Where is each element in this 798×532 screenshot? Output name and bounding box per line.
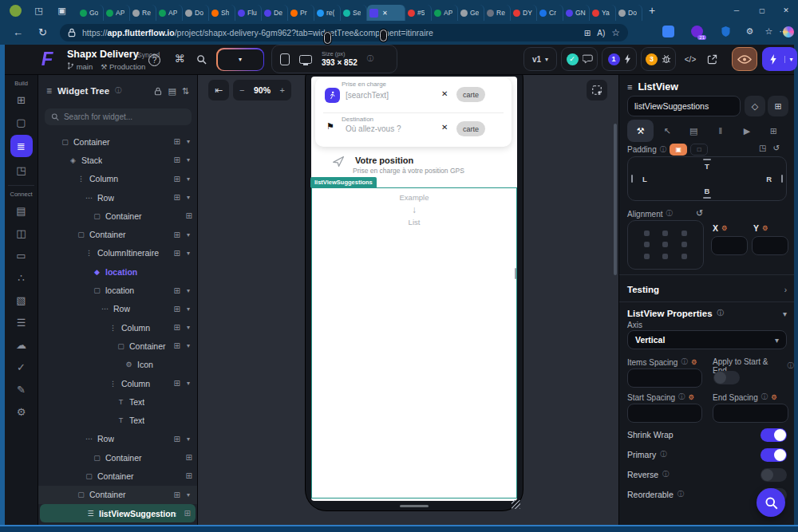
add-child-widget-icon[interactable]: ⊞ (174, 435, 180, 443)
listview-selection-box[interactable]: Example ↓ List (311, 187, 517, 499)
tree-item-Row[interactable]: ⋯Row⊞▾ (38, 188, 197, 207)
align-dot[interactable] (662, 231, 668, 236)
browser-tab[interactable]: AP (156, 5, 183, 21)
collapse-chevron-icon[interactable]: ▾ (184, 287, 192, 294)
copy-padding-icon[interactable]: ◳ (759, 144, 766, 152)
add-child-widget-icon[interactable]: ⊞ (186, 471, 192, 480)
end-spacing-input[interactable] (713, 404, 788, 423)
clear-pickup-icon[interactable]: ✕ (441, 89, 448, 98)
browser-tab[interactable]: Re (130, 5, 156, 21)
nav-widget-tree-icon[interactable]: ≣ (10, 135, 33, 157)
browser-tab[interactable]: Se (341, 5, 367, 21)
nav-page-selector-icon[interactable]: ▢ (10, 112, 33, 132)
destination-placeholder[interactable]: Où allez-vous ? (346, 124, 401, 133)
tree-item-Container[interactable]: ▢Container⊞ (38, 207, 197, 225)
collapse-chevron-icon[interactable]: ▾ (184, 305, 192, 313)
tree-item-Container[interactable]: ▢Container⊞▾ (38, 486, 197, 504)
tree-item-Container[interactable]: ▢Container⊞▾ (38, 132, 197, 151)
align-dot[interactable] (644, 231, 650, 236)
tree-item-listViewSuggestions[interactable]: ☰listViewSuggestions⊞ (40, 504, 196, 522)
sync-chat-button[interactable]: ✓ (561, 47, 598, 71)
listview-properties-section[interactable]: ListView Propertiesⓘ ▾ (627, 306, 787, 321)
tree-item-location[interactable]: ◆location (38, 262, 197, 281)
apply-start-end-toggle[interactable] (713, 371, 740, 384)
collapse-chevron-icon[interactable]: ▾ (184, 250, 192, 257)
browser-tab[interactable]: Go (77, 5, 104, 21)
share-button[interactable] (707, 54, 723, 65)
nav-custom-actions-icon[interactable]: ✓ (10, 357, 33, 376)
tree-item-Text[interactable]: TText (38, 392, 197, 411)
back-button[interactable]: ← (13, 26, 23, 38)
add-child-widget-icon[interactable]: ⊞ (174, 341, 180, 350)
browser-tab[interactable]: De (262, 5, 288, 21)
tree-item-Stack[interactable]: ◈Stack⊞▾ (38, 151, 197, 169)
zoom-out-button[interactable]: − (239, 85, 244, 95)
branch-name[interactable]: main (67, 61, 93, 71)
tree-item-Container[interactable]: ▢Container⊞ (38, 467, 197, 485)
collapse-chevron-icon[interactable]: ▾ (184, 175, 192, 183)
workspaces-icon[interactable]: ◳ (33, 5, 45, 17)
set-from-variable-icon[interactable]: ⚙ (689, 393, 695, 401)
browser-profile-avatar[interactable] (10, 5, 22, 17)
browser-tab[interactable]: Do (616, 5, 642, 21)
tab-alignment[interactable]: ‖ (707, 120, 733, 142)
device-desktop-icon[interactable] (299, 55, 312, 64)
environment-name[interactable]: ⚒ Production (101, 62, 145, 71)
command-palette-button[interactable]: ⌘ (172, 53, 188, 65)
window-close-button[interactable]: ✕ (774, 0, 798, 21)
add-child-widget-icon[interactable]: ⊞ (186, 453, 192, 462)
toggle-switch[interactable] (760, 428, 787, 442)
collapse-chevron-icon[interactable]: ▾ (184, 435, 192, 443)
extension-icon[interactable] (662, 26, 674, 37)
tree-item-Row[interactable]: ⋯Row⊞▾ (38, 430, 197, 448)
alignment-grid[interactable] (627, 220, 704, 270)
set-from-variable-icon[interactable]: ⚙ (721, 224, 728, 232)
window-minimize-button[interactable]: ─ (725, 0, 749, 21)
defender-shield-icon[interactable] (720, 26, 732, 37)
device-tablet-icon[interactable] (280, 53, 290, 65)
padding-left-handle[interactable] (631, 175, 633, 183)
tab-add[interactable]: ⊞ (760, 120, 787, 142)
tab-close-icon[interactable]: ✕ (382, 10, 388, 17)
device-selector-button[interactable]: ▾ (216, 48, 264, 71)
add-child-widget-icon[interactable]: ⊞ (174, 231, 180, 239)
search-fab[interactable] (757, 488, 785, 517)
tree-item-Row[interactable]: ⋯Row⊞▾ (38, 300, 197, 318)
run-button[interactable]: ▾ (762, 47, 797, 71)
set-from-variable-icon[interactable]: ⚙ (691, 358, 697, 366)
collapse-chevron-icon[interactable]: ▾ (184, 194, 192, 201)
nav-files-icon[interactable]: ▭ (10, 246, 33, 265)
gem-style-button[interactable]: ◇ (745, 96, 765, 116)
lock-icon[interactable] (154, 87, 162, 96)
nav-media-assets-icon[interactable]: ▧ (10, 290, 33, 309)
refresh-button[interactable]: ↻ (38, 26, 47, 38)
reset-padding-icon[interactable]: ↺ (772, 144, 779, 152)
tab-animations[interactable]: ▶ (733, 120, 760, 142)
tree-item-Container[interactable]: ▢Container⊞▾ (38, 225, 197, 243)
favorite-star-icon[interactable]: ☆ (611, 27, 620, 38)
add-child-widget-icon[interactable]: ⊞ (174, 323, 180, 332)
zoom-in-button[interactable]: + (280, 85, 285, 95)
extensions-menu-icon[interactable]: ⚙ (744, 26, 756, 37)
browser-tab-active[interactable]: ✕ (367, 5, 405, 21)
tree-item-Icon[interactable]: ⚙Icon (38, 356, 197, 374)
tab-actions-icon[interactable]: ▣ (56, 5, 68, 17)
add-child-widget-icon[interactable]: ⊞ (174, 379, 180, 388)
testing-section[interactable]: Testing › (627, 281, 787, 298)
run-options-chevron[interactable]: ▾ (784, 56, 797, 63)
nav-storyboard-icon[interactable]: ◳ (10, 160, 33, 179)
add-child-widget-icon[interactable]: ⊞ (186, 211, 192, 220)
code-view-button[interactable]: </> (682, 55, 698, 64)
add-child-widget-icon[interactable]: ⊞ (174, 156, 180, 164)
align-dot[interactable] (681, 254, 687, 259)
copy-widget-button[interactable]: ⊞ (768, 96, 788, 116)
collapse-chevron-icon[interactable]: ▾ (184, 324, 192, 331)
browser-tab[interactable]: Re (484, 5, 511, 21)
destination-map-button[interactable]: carte (456, 121, 485, 136)
sort-expand-icon[interactable]: ⇅ (182, 86, 189, 97)
window-maximize-button[interactable]: ▢ (750, 0, 774, 21)
collapse-panel-button[interactable]: ⇤ (208, 80, 229, 100)
preview-eye-button[interactable] (732, 47, 757, 71)
toggle-switch[interactable] (760, 448, 787, 462)
canvas-scrollbar[interactable] (614, 124, 617, 275)
